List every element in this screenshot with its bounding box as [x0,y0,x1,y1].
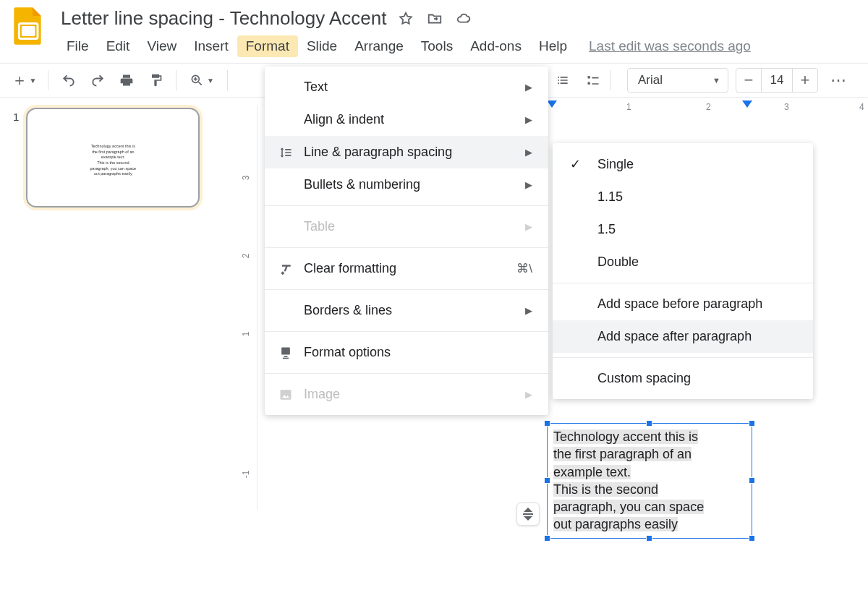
slide-thumbnail[interactable]: Technology accent this is the first para… [26,108,200,208]
menu-edit[interactable]: Edit [98,35,139,57]
font-size-decrease[interactable]: − [736,69,761,92]
svg-rect-5 [281,347,290,354]
spacing-1-15[interactable]: 1.15 [553,181,813,213]
menu-arrange[interactable]: Arrange [346,35,412,57]
paint-format-button[interactable] [142,68,169,93]
font-size-increase[interactable]: + [793,69,817,92]
move-to-folder-icon[interactable] [427,11,443,27]
svg-rect-8 [281,390,292,399]
document-title[interactable]: Letter line spacing - Technology Accent [61,6,386,31]
spacing-single[interactable]: ✓ Single [553,147,813,181]
menu-help[interactable]: Help [530,35,576,57]
line-spacing-submenu: ✓ Single 1.15 1.5 Double Add space befor… [553,143,813,399]
format-options-icon [278,346,294,360]
list-icon[interactable] [550,68,576,93]
font-family-select[interactable]: Arial ▼ [627,68,728,93]
font-family-label: Arial [638,73,663,87]
menu-tools[interactable]: Tools [412,35,461,57]
resize-handle[interactable] [749,477,755,484]
thumb-text: Technology accent this is the first para… [56,144,169,177]
redo-button[interactable] [85,68,111,93]
format-line-spacing[interactable]: Line & paragraph spacing ▶ [265,136,548,168]
resize-handle[interactable] [646,535,652,542]
resize-handle[interactable] [544,477,550,484]
textbox-line[interactable]: Technology accent this is [553,429,698,444]
spacing-add-before[interactable]: Add space before paragraph [553,288,813,320]
format-image: Image ▶ [265,378,548,411]
spacing-double[interactable]: Double [553,246,813,278]
resize-handle[interactable] [749,420,755,427]
zoom-button[interactable]: ▼ [184,68,220,93]
format-options[interactable]: Format options [265,336,548,369]
cloud-status-icon[interactable] [456,11,472,27]
font-size-stepper: − 14 + [736,68,818,93]
vertical-ruler: 3 2 1 -1 [236,105,258,510]
checklist-icon[interactable] [580,68,606,93]
menu-file[interactable]: File [58,35,98,57]
resize-handle[interactable] [646,420,652,427]
spacing-add-after[interactable]: Add space after paragraph [553,320,813,353]
horizontal-ruler: 1 2 3 4 [547,98,868,116]
format-text[interactable]: Text ▶ [265,71,548,103]
svg-rect-4 [588,82,590,85]
spacing-1-5[interactable]: 1.5 [553,213,813,246]
format-menu: Text ▶ Align & indent ▶ Line & paragraph… [265,67,548,415]
selected-textbox[interactable]: Technology accent this is the first para… [547,423,752,539]
menubar: File Edit View Insert Format Slide Arran… [58,31,856,63]
print-button[interactable] [114,68,140,93]
resize-handle-icon[interactable] [516,502,540,526]
undo-button[interactable] [56,68,82,93]
font-size-value[interactable]: 14 [761,69,793,92]
format-borders[interactable]: Borders & lines ▶ [265,294,548,327]
slide-thumbnail-panel: 1 Technology accent this is the first pa… [0,98,236,592]
textbox-line[interactable]: example text. [553,465,631,479]
resize-handle[interactable] [749,535,755,542]
format-align-indent[interactable]: Align & indent ▶ [265,103,548,136]
textbox-line[interactable]: This is the second [553,482,658,497]
star-icon[interactable] [398,11,414,27]
svg-rect-3 [588,76,590,78]
format-table: Table ▶ [265,210,548,243]
check-icon: ✓ [570,156,587,172]
shortcut-label: ⌘\ [516,261,532,276]
textbox-line[interactable]: out paragraphs easily [553,517,678,531]
textbox-line[interactable]: the first paragraph of an [553,447,692,461]
menu-slide[interactable]: Slide [298,35,346,57]
slides-logo [7,6,48,46]
menu-view[interactable]: View [138,35,185,57]
svg-rect-0 [22,26,35,36]
image-icon [278,388,294,402]
resize-handle[interactable] [544,420,550,427]
new-slide-button[interactable]: ＋▼ [7,68,41,93]
resize-handle[interactable] [544,535,550,542]
svg-rect-7 [283,357,289,359]
clear-formatting-icon [278,262,294,276]
toolbar-more-icon[interactable]: ⋯ [825,68,851,93]
menu-insert[interactable]: Insert [185,35,237,57]
line-spacing-icon [278,145,294,160]
menu-addons[interactable]: Add-ons [461,35,530,57]
menu-format[interactable]: Format [237,35,298,57]
spacing-custom[interactable]: Custom spacing [553,362,813,395]
last-edit-link[interactable]: Last edit was seconds ago [589,38,751,54]
format-bullets[interactable]: Bullets & numbering ▶ [265,168,548,201]
textbox-line[interactable]: paragraph, you can space [553,500,704,514]
format-clear[interactable]: Clear formatting ⌘\ [265,252,548,285]
svg-rect-6 [284,356,288,357]
thumb-number: 1 [13,111,19,123]
